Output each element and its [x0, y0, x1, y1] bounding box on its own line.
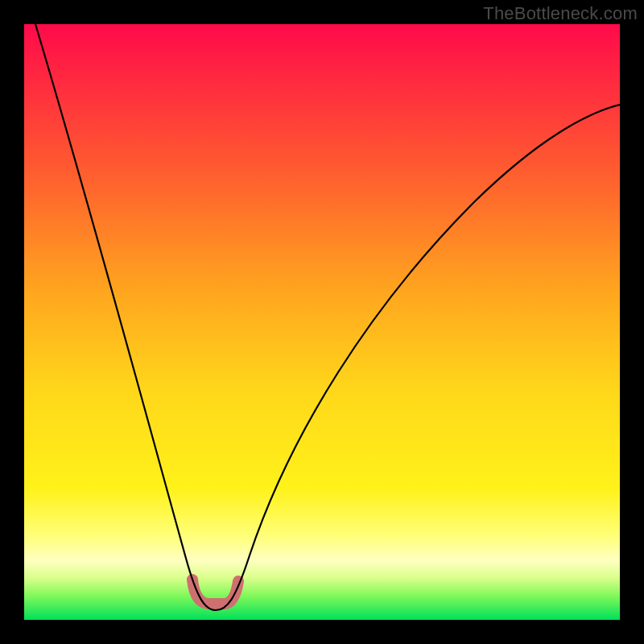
bottleneck-curve — [35, 24, 620, 610]
watermark-text: TheBottleneck.com — [483, 3, 638, 24]
chart-container: TheBottleneck.com — [0, 0, 644, 644]
plot-area — [24, 24, 620, 620]
curve-layer — [24, 24, 620, 620]
